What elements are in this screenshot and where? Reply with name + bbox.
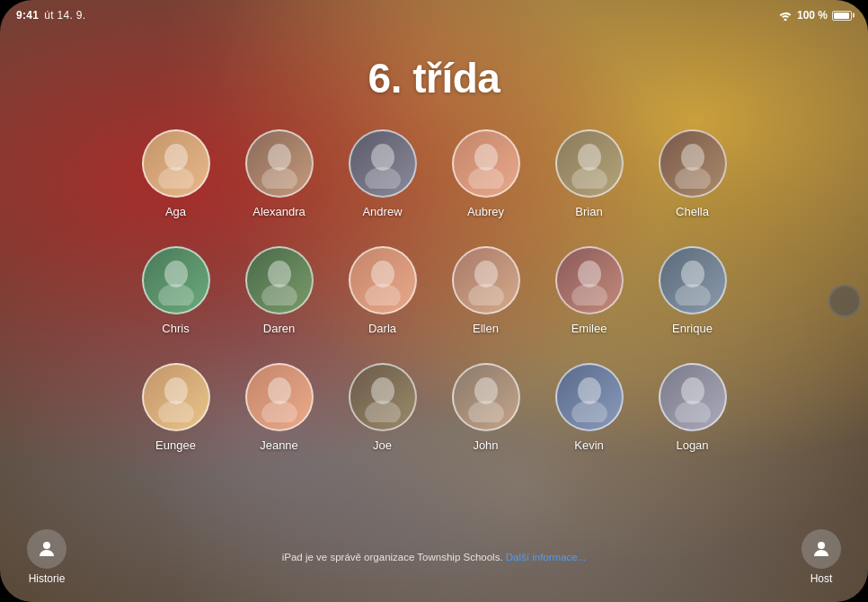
avatar-aga [142, 129, 210, 198]
name-aga: Aga [165, 205, 186, 218]
svg-point-21 [571, 284, 607, 305]
name-emilee: Emilee [571, 322, 607, 335]
history-button[interactable]: Historie [27, 529, 66, 585]
student-joe[interactable]: Joe [338, 363, 428, 471]
student-eungee[interactable]: Eungee [131, 363, 221, 471]
name-joe: Joe [373, 438, 392, 452]
guest-label: Host [810, 572, 833, 585]
avatar-alexandra [245, 129, 314, 198]
face-joe [350, 365, 415, 429]
svg-point-20 [578, 261, 601, 288]
student-chella[interactable]: Chella [648, 129, 738, 237]
student-john[interactable]: John [441, 363, 531, 471]
svg-point-14 [268, 261, 291, 288]
avatar-andrew [349, 129, 417, 198]
wifi-icon [778, 10, 793, 21]
history-label: Historie [29, 572, 66, 585]
main-content: 6. třída Aga Alexandra Andrew Aubrey Bri… [0, 0, 868, 602]
student-enrique[interactable]: Enrique [648, 246, 738, 354]
svg-point-5 [365, 167, 401, 189]
management-link[interactable]: Další informace... [506, 552, 586, 562]
status-bar: 9:41 út 14. 9. 100 % [0, 0, 868, 25]
student-andrew[interactable]: Andrew [338, 129, 428, 237]
svg-point-30 [474, 377, 498, 404]
name-ellen: Ellen [473, 322, 499, 335]
avatar-enrique [659, 246, 727, 314]
svg-point-26 [268, 377, 291, 404]
name-brian: Brian [575, 205, 602, 218]
svg-point-3 [261, 167, 297, 189]
svg-point-36 [43, 542, 50, 549]
name-chris: Chris [162, 322, 189, 335]
svg-point-17 [365, 284, 401, 305]
svg-point-24 [164, 377, 188, 404]
svg-point-28 [371, 377, 394, 404]
student-alexandra[interactable]: Alexandra [235, 129, 324, 237]
svg-point-23 [675, 284, 711, 305]
svg-point-1 [158, 167, 194, 189]
svg-point-25 [158, 401, 194, 422]
svg-point-33 [571, 401, 607, 422]
home-button[interactable] [828, 285, 861, 317]
avatar-eungee [142, 363, 210, 431]
svg-point-22 [681, 261, 704, 288]
student-emilee[interactable]: Emilee [545, 246, 634, 354]
name-aubrey: Aubrey [467, 205, 504, 218]
student-kevin[interactable]: Kevin [545, 363, 634, 471]
face-daren [247, 248, 312, 313]
ipad-frame: 9:41 út 14. 9. 100 % 6. třída Aga Alexan… [0, 0, 868, 602]
name-andrew: Andrew [362, 205, 402, 218]
name-jeanne: Jeanne [260, 438, 298, 452]
svg-point-37 [818, 542, 825, 549]
name-kevin: Kevin [574, 438, 604, 452]
name-eungee: Eungee [155, 438, 196, 452]
avatar-emilee [555, 246, 624, 314]
name-daren: Daren [263, 322, 295, 335]
student-logan[interactable]: Logan [648, 363, 738, 471]
svg-point-10 [681, 144, 704, 171]
name-darla: Darla [368, 322, 396, 335]
face-eungee [144, 365, 208, 429]
face-john [454, 365, 518, 429]
student-ellen[interactable]: Ellen [441, 246, 531, 354]
student-aga[interactable]: Aga [131, 129, 221, 237]
face-emilee [557, 248, 622, 313]
history-icon [27, 529, 66, 569]
face-enrique [660, 248, 725, 313]
svg-point-12 [164, 261, 188, 288]
avatar-chris [142, 246, 210, 314]
student-chris[interactable]: Chris [131, 246, 221, 354]
avatar-kevin [555, 363, 624, 431]
avatar-brian [555, 129, 624, 198]
name-enrique: Enrique [672, 322, 713, 335]
student-brian[interactable]: Brian [545, 129, 634, 237]
svg-point-35 [675, 401, 711, 422]
guest-icon [802, 529, 841, 569]
battery-icon [832, 11, 852, 21]
svg-point-16 [371, 261, 394, 288]
avatar-john [452, 363, 520, 431]
bottom-bar: Historie iPad je ve správě organizace To… [0, 530, 868, 602]
face-chris [144, 248, 208, 313]
student-daren[interactable]: Daren [235, 246, 324, 354]
student-aubrey[interactable]: Aubrey [441, 129, 531, 237]
svg-point-8 [578, 144, 601, 171]
battery-percentage: 100 % [797, 9, 828, 22]
face-kevin [557, 365, 622, 429]
svg-point-2 [268, 144, 291, 171]
status-date: út 14. 9. [44, 9, 85, 22]
svg-point-0 [164, 144, 188, 171]
face-darla [350, 248, 415, 313]
student-darla[interactable]: Darla [338, 246, 428, 354]
svg-point-19 [468, 284, 504, 305]
face-chella [660, 131, 725, 196]
svg-point-31 [468, 401, 504, 422]
management-info: iPad je ve správě organizace Township Sc… [282, 550, 587, 564]
svg-point-4 [371, 144, 394, 171]
face-aga [144, 131, 208, 196]
face-ellen [454, 248, 518, 313]
face-jeanne [247, 365, 312, 429]
svg-point-29 [365, 401, 401, 422]
student-jeanne[interactable]: Jeanne [235, 363, 324, 471]
guest-button[interactable]: Host [802, 529, 841, 585]
